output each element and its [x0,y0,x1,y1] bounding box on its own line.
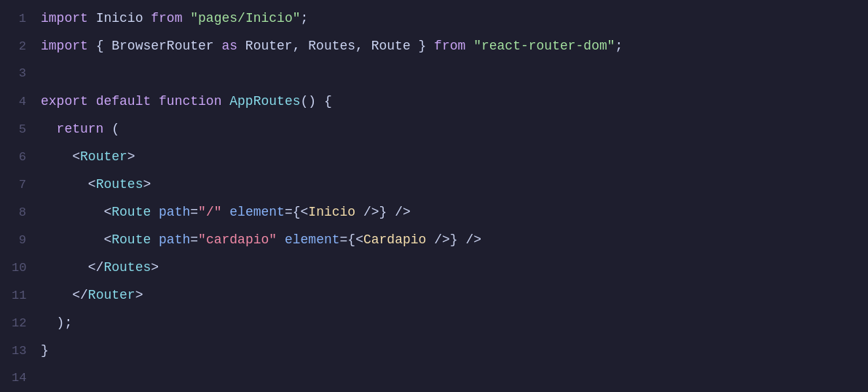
code-line: 11 </Router> [0,281,868,309]
line-number: 4 [12,88,41,116]
code-line: 13} [0,337,868,364]
code-line: 10 </Routes> [0,254,868,281]
line-content: <Router> [41,143,135,170]
line-number: 5 [12,116,41,144]
line-number: 14 [12,364,41,392]
code-line: 12 ); [0,309,868,337]
code-line: 2import { BrowserRouter as Router, Route… [0,32,868,60]
line-content: <Routes> [41,170,151,198]
code-editor: 1import Inicio from "pages/Inicio";2impo… [0,0,868,392]
line-number: 2 [12,33,41,60]
line-content: ); [41,309,72,337]
line-content: } [41,337,49,364]
line-content: </Routes> [41,254,159,281]
line-number: 10 [12,254,41,282]
line-number: 7 [12,171,41,199]
line-number: 13 [12,337,41,365]
line-number: 1 [12,5,41,33]
line-content: import { BrowserRouter as Router, Routes… [41,32,623,60]
line-content: <Route path="cardapio" element={<Cardapi… [41,226,481,254]
code-line: 5 return ( [0,115,868,143]
code-line: 3 [0,60,868,87]
line-number: 3 [12,60,41,87]
line-content: </Router> [41,281,143,309]
code-line: 14 [0,364,868,392]
line-number: 9 [12,227,41,254]
line-number: 11 [12,282,41,310]
line-content: return ( [41,115,119,143]
line-number: 12 [12,310,41,337]
line-number: 8 [12,199,41,227]
code-line: 8 <Route path="/" element={<Inicio />} /… [0,198,868,226]
code-line: 1import Inicio from "pages/Inicio"; [0,4,868,32]
line-content: <Route path="/" element={<Inicio />} /> [41,198,411,226]
code-line: 7 <Routes> [0,170,868,198]
code-line: 4export default function AppRoutes() { [0,87,868,115]
code-line: 9 <Route path="cardapio" element={<Carda… [0,226,868,254]
line-content: import Inicio from "pages/Inicio"; [41,4,308,32]
line-content: export default function AppRoutes() { [41,87,332,115]
line-number: 6 [12,144,41,171]
code-line: 6 <Router> [0,143,868,170]
